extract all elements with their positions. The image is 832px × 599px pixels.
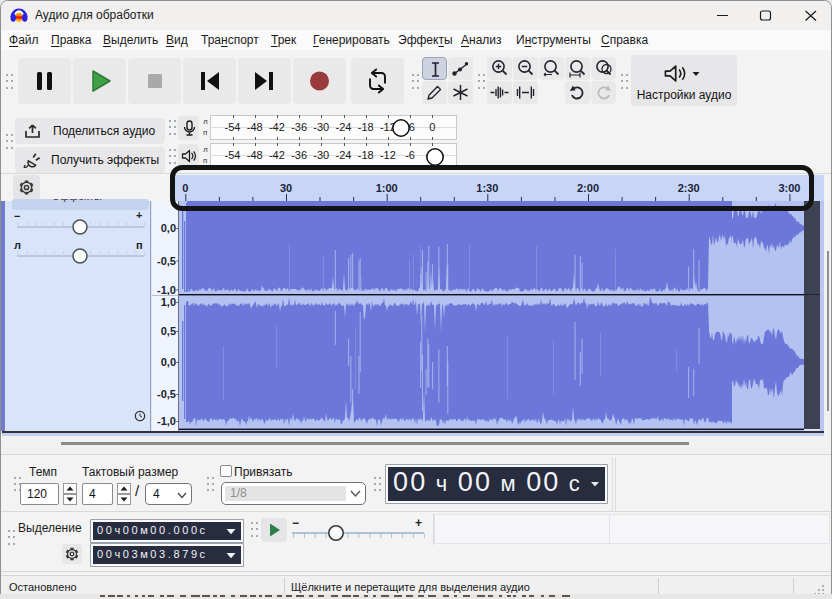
svg-text:-1,0: -1,0 xyxy=(157,284,176,296)
svg-text:0,0: 0,0 xyxy=(161,356,176,368)
svg-text:1,0: 1,0 xyxy=(161,296,176,308)
svg-text:0,5: 0,5 xyxy=(161,325,176,337)
svg-text:-1,0: -1,0 xyxy=(157,415,176,427)
svg-text:0,0: 0,0 xyxy=(161,222,176,234)
svg-text:-0,5: -0,5 xyxy=(157,388,176,400)
svg-text:-0,5: -0,5 xyxy=(157,255,176,267)
